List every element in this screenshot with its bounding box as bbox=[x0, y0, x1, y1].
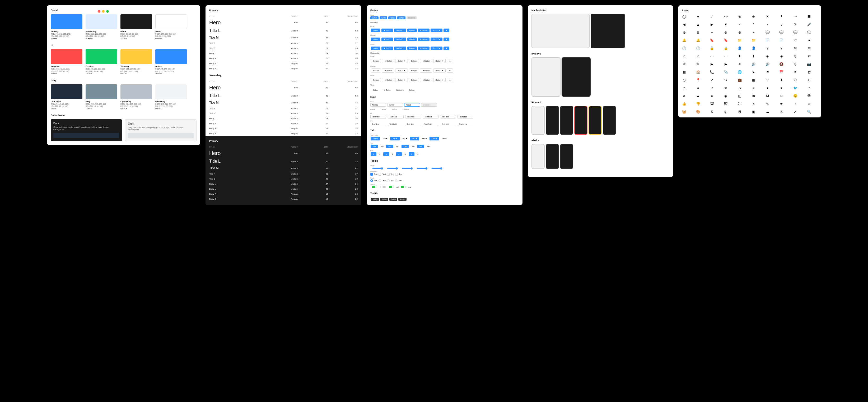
heart-outline-icon[interactable]: ♡ bbox=[793, 38, 798, 42]
triangle-up-icon[interactable]: ▲ bbox=[696, 22, 700, 26]
text-field[interactable]: Text field bbox=[440, 115, 456, 118]
button[interactable]: Button ▼ bbox=[431, 47, 442, 50]
tag-icon[interactable]: ◈ bbox=[779, 54, 783, 58]
amazon-icon[interactable]: a bbox=[682, 94, 686, 98]
tab[interactable]: ★ bbox=[371, 152, 376, 156]
briefcase-icon[interactable]: 💼 bbox=[738, 78, 742, 82]
chat-icon[interactable]: 💬 bbox=[779, 30, 783, 34]
messenger-icon[interactable]: ● bbox=[696, 86, 700, 90]
button[interactable]: ★ bbox=[443, 37, 449, 41]
pinterest-icon[interactable]: P bbox=[710, 86, 714, 90]
apple-icon[interactable]: ● bbox=[710, 94, 714, 98]
button[interactable]: ★ bbox=[443, 29, 449, 32]
plus-circle-outline-icon[interactable]: ⊕ bbox=[724, 30, 728, 34]
bookmark-icon[interactable]: 🔖 bbox=[724, 38, 728, 42]
button[interactable]: Button ▼ bbox=[431, 37, 442, 41]
hourglass-icon[interactable]: ⧖ bbox=[779, 110, 783, 114]
palette-icon[interactable]: 🎨 bbox=[696, 110, 700, 114]
android-icon[interactable]: ▲ bbox=[696, 94, 700, 98]
switch-on[interactable] bbox=[389, 186, 394, 188]
tab[interactable]: Tab bbox=[402, 145, 409, 148]
tab[interactable]: Tab bbox=[425, 145, 432, 148]
share-arrow-icon[interactable]: ↪ bbox=[724, 78, 728, 82]
slider[interactable] bbox=[387, 168, 398, 169]
text-field-line[interactable]: Text field bbox=[388, 123, 404, 126]
google-icon[interactable]: G bbox=[807, 78, 811, 82]
video-icon[interactable]: ▭ bbox=[724, 54, 728, 58]
color-swatch[interactable]: Black RGBA (26, 26, 26, 100) HSL (0, 0, … bbox=[120, 14, 152, 40]
alert-outline-icon[interactable]: ⚠ bbox=[682, 54, 686, 58]
tab[interactable]: ★ bbox=[396, 152, 402, 156]
check-double-icon[interactable]: ✓✓ bbox=[724, 14, 728, 19]
input-state[interactable]: Focus bbox=[404, 103, 420, 107]
switch-on[interactable] bbox=[401, 186, 406, 188]
tab[interactable]: Tab ★ bbox=[390, 137, 399, 140]
pause-icon[interactable]: ⏸ bbox=[738, 62, 742, 66]
tab[interactable]: Tab ★ bbox=[380, 137, 390, 140]
skype-icon[interactable]: S bbox=[738, 86, 742, 90]
tab[interactable]: Tab ★ bbox=[410, 137, 419, 140]
grid-icon[interactable]: ▦ bbox=[682, 70, 686, 74]
tab[interactable]: ★ bbox=[415, 152, 421, 156]
button[interactable]: Button ▼ bbox=[433, 78, 445, 82]
x-circle-icon[interactable]: ⊗ bbox=[751, 14, 756, 19]
color-swatch[interactable]: Grey RGBA (119, 143, 155, 100) HSL (200,… bbox=[86, 84, 117, 110]
button[interactable]: ★ bbox=[447, 78, 453, 82]
triangle-left-icon[interactable]: ◀ bbox=[682, 22, 686, 26]
button[interactable]: Button bbox=[407, 37, 417, 41]
text-button[interactable]: ★ Button bbox=[381, 88, 393, 92]
color-swatch[interactable]: Primary RGBA (45, 142, 255, 100) HSL (21… bbox=[51, 14, 83, 40]
state-focus[interactable]: Focus bbox=[388, 17, 396, 19]
volume-off-icon[interactable]: 🔇 bbox=[779, 62, 783, 66]
button[interactable]: ★ Button bbox=[420, 59, 432, 63]
volume-outline-icon[interactable]: 🔊 bbox=[751, 62, 756, 66]
minus-circle-outline-icon[interactable]: ⊖ bbox=[682, 30, 686, 34]
flag-icon[interactable]: ⚑ bbox=[766, 70, 770, 74]
button[interactable]: Button bbox=[371, 47, 380, 50]
mic-icon[interactable]: 🎤 bbox=[807, 22, 811, 26]
text-field-line[interactable]: Text field bbox=[440, 123, 456, 126]
send-icon[interactable]: ➤ bbox=[751, 70, 756, 74]
tab[interactable]: Tab bbox=[409, 145, 416, 148]
button[interactable]: Button bbox=[409, 68, 419, 73]
check-circle-icon[interactable]: ● bbox=[696, 14, 700, 19]
emoji-sad-icon[interactable]: ☹ bbox=[807, 94, 811, 98]
alert-icon[interactable]: ⚠ bbox=[696, 54, 700, 58]
linkedin-icon[interactable]: in bbox=[682, 86, 686, 90]
tab[interactable]: ★ bbox=[402, 152, 408, 156]
tab[interactable]: Tab bbox=[378, 145, 385, 148]
chevron-right-icon[interactable]: › bbox=[766, 22, 770, 26]
image-icon[interactable]: 🖼 bbox=[724, 102, 728, 106]
twitter-icon[interactable]: 🐦 bbox=[793, 86, 798, 90]
folder-icon[interactable]: 📁 bbox=[751, 38, 756, 42]
button[interactable]: Button bbox=[371, 78, 381, 82]
lock-outline-icon[interactable]: 🔓 bbox=[710, 46, 714, 50]
button[interactable]: ★ Button bbox=[420, 68, 432, 73]
checkbox[interactable] bbox=[378, 173, 381, 176]
text-field[interactable]: Text area bbox=[458, 115, 473, 118]
button[interactable]: ★ Button bbox=[382, 59, 394, 63]
emoji-neutral-icon[interactable]: 😐 bbox=[793, 94, 798, 98]
button[interactable]: Button bbox=[409, 59, 419, 63]
globe-icon[interactable]: 🌐 bbox=[738, 70, 742, 74]
tab[interactable]: Tab bbox=[386, 145, 393, 148]
telegram-icon[interactable]: ➤ bbox=[779, 86, 783, 90]
text-field[interactable]: Text field bbox=[405, 115, 421, 118]
button[interactable]: Button bbox=[409, 78, 419, 82]
bell-outline-icon[interactable]: 🔔 bbox=[682, 38, 686, 42]
state-visited[interactable]: Visited bbox=[397, 17, 405, 19]
tab[interactable]: ★ bbox=[409, 152, 414, 156]
input-state[interactable]: Disabled bbox=[421, 103, 437, 107]
close-icon[interactable]: ✕ bbox=[766, 14, 770, 19]
text-button[interactable]: Button bbox=[371, 88, 380, 92]
arrow-up-right-icon[interactable]: ↗ bbox=[710, 78, 714, 82]
photo-icon[interactable]: ▣ bbox=[751, 110, 756, 114]
bell-icon[interactable]: 🔔 bbox=[696, 38, 700, 42]
share-nodes-icon[interactable]: < bbox=[751, 102, 756, 106]
state-button[interactable]: Button bbox=[370, 17, 378, 19]
folder-outline-icon[interactable]: 📁 bbox=[738, 38, 742, 42]
radio[interactable] bbox=[395, 179, 398, 182]
tab[interactable]: Tab ★ bbox=[371, 137, 380, 140]
check-circle-outline-icon[interactable]: ◯ bbox=[682, 14, 686, 19]
sort-icon[interactable]: ⇅ bbox=[793, 62, 798, 66]
